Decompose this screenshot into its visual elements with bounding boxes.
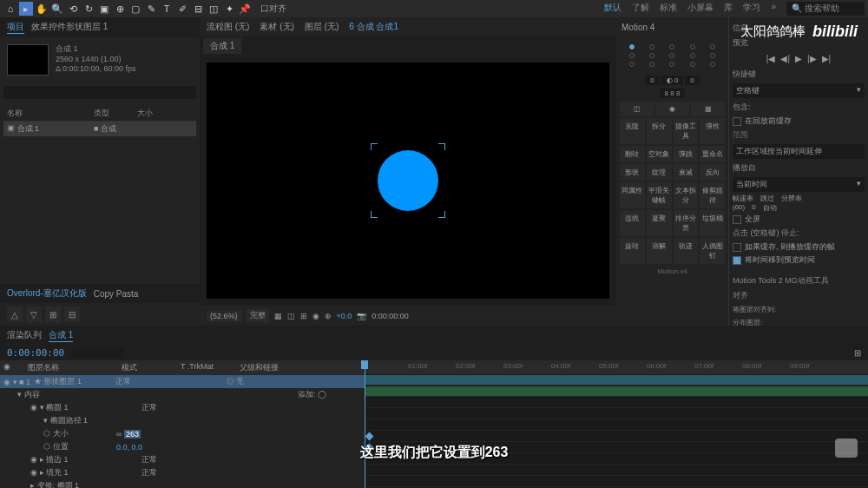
comp-tab[interactable]: 合成 1 [203,38,241,54]
btn-smooth[interactable]: 平滑关键帧 [647,182,672,208]
timeline-search[interactable] [71,349,123,358]
pan-behind-tool[interactable]: ⊕ [113,2,127,16]
timeline-icon[interactable]: ⊞ [854,348,861,358]
layer-shape[interactable]: ◉ ▾ ■ 1 ★ 形状图层 1 正常 ◎ 无 [0,375,365,388]
val-right[interactable]: 0 [685,76,699,85]
menu-more[interactable]: » [771,2,776,16]
workspace-default[interactable]: 默认 [604,2,621,16]
roto-tool[interactable]: ✦ [222,2,236,16]
anchor-dot[interactable] [710,62,715,67]
track-row[interactable] [365,408,868,419]
btn-textsplit[interactable]: 文本拆分 [674,182,699,208]
playhead[interactable] [365,360,365,488]
col-size[interactable]: 大小 [137,108,153,119]
first-frame-icon[interactable]: |◀ [766,54,776,63]
anchor-dot[interactable] [629,44,635,49]
workspace-library[interactable]: 库 [724,2,733,16]
btn-condense[interactable]: 凝聚 [647,210,672,236]
vc-icon-4[interactable]: ◉ [312,312,319,320]
val-mid[interactable]: ◐ 0 [661,76,684,85]
anchor-dot[interactable] [690,44,695,49]
btn-camera[interactable]: 摄像工具 [674,118,699,144]
btn-null[interactable]: 空对象 [647,146,672,162]
prev-frame-icon[interactable]: ◀| [780,54,790,63]
rotate-tool[interactable]: ↻ [82,2,95,16]
layer-bar[interactable] [365,386,868,396]
btn-sameprops[interactable]: 同属性 [620,182,645,208]
btn-texture[interactable]: 纹理 [647,164,672,181]
motion-icon[interactable]: ◫ [620,102,654,116]
playfrom-dropdown[interactable]: 当前时间▾ [733,177,865,192]
btn-rotate[interactable]: 旋转 [620,238,645,264]
btn-shape[interactable]: 形状 [620,164,645,181]
track-row[interactable] [365,465,868,476]
tab-comp-timeline[interactable]: 合成 1 [49,329,73,342]
time-ruler[interactable]: 01:00f 02:00f 03:00f 04:00f 05:00f 06:00… [365,360,868,374]
anchor-dot[interactable] [690,53,695,58]
tab-composition[interactable]: 6 合成 合成1 [349,21,398,33]
col-parent[interactable]: 父级和链接 [240,362,279,373]
tab-project[interactable]: 项目 [7,21,24,34]
val-888[interactable]: 8 8 8 [660,89,686,98]
tab-flowchart[interactable]: 流程图 (无) [207,21,249,33]
track-row[interactable] [365,431,868,442]
btn-rename[interactable]: 重命名 [700,146,725,162]
tool-2[interactable]: ▽ [26,307,42,322]
tab-footage[interactable]: 素材 (无) [260,21,293,33]
prop-position[interactable]: ⬡ 位置 0.0, 0.0 [0,440,365,453]
cache-checkbox[interactable] [733,117,741,126]
skip-val[interactable]: 0 [752,203,755,213]
vc-time[interactable]: 0:00:00:00 [372,312,409,320]
layer-ellipse[interactable]: ◉ ▾ 椭圆 1 正常 [0,401,365,414]
track-row[interactable] [365,374,868,386]
workspace-small[interactable]: 小屏幕 [687,2,713,16]
btn-decay[interactable]: 衰减 [674,164,699,181]
project-item[interactable]: ▣ 合成 1 ■ 合成 [3,122,196,136]
tool-4[interactable]: ⊟ [64,307,80,322]
anchor-dot[interactable] [649,53,654,58]
tool-1[interactable]: △ [7,307,23,322]
layer-fill[interactable]: ◉ ▸ 填充 1 正常 [0,466,365,479]
play-icon[interactable]: ▶ [795,54,802,63]
shortcut-dropdown[interactable]: 空格键▾ [733,83,865,98]
col-name[interactable]: 名称 [7,108,94,119]
help-search[interactable]: 🔍 搜索帮助 [786,2,865,16]
btn-reverse[interactable]: 反向 [700,164,725,181]
layer-stroke[interactable]: ◉ ▸ 描边 1 正常 [0,453,365,466]
selection-tool[interactable]: ▸ [19,2,33,16]
anchor-dot[interactable] [649,44,654,49]
next-frame-icon[interactable]: |▶ [807,54,817,63]
puppet-tool[interactable]: 📌 [238,2,252,16]
cache-play-checkbox[interactable] [733,243,741,252]
vc-icon-3[interactable]: ⊞ [300,312,307,320]
current-timecode[interactable]: 0:00:00:00 [7,347,64,359]
workarea-dropdown[interactable]: 工作区域按当前时间延伸 [733,144,865,159]
fullscreen-checkbox[interactable] [733,215,741,224]
btn-connect[interactable]: 连线 [620,210,645,236]
layer-content[interactable]: ▾ 内容 添加: ◯ [0,388,365,401]
val-left[interactable]: 0 [645,76,659,85]
layer-bar[interactable] [365,375,868,385]
anchor-dot[interactable] [669,44,674,49]
track-row[interactable] [365,476,868,487]
prop-size[interactable]: ⬡ 大小 ∞ 263 [0,427,365,440]
track-row[interactable] [365,419,868,431]
vc-value[interactable]: +0.0 [337,312,352,320]
layer-ellipse-path[interactable]: ▾ 椭圆路径 1 [0,414,365,427]
motion-icon[interactable]: ◉ [655,102,689,116]
btn-elastic[interactable]: 弹性 [700,118,725,144]
resolution-dropdown[interactable]: 完整 [247,309,269,322]
project-search[interactable] [3,86,196,99]
btn-flip[interactable]: 翻转 [620,146,645,162]
tab-copypasta[interactable]: Copy Pasta [94,289,139,299]
anchor-dot[interactable] [710,44,715,49]
tab-overlord[interactable]: Overlord-塞亿汉化版 [7,287,87,300]
fps-val[interactable]: (60) [733,203,745,213]
btn-trim[interactable]: 修剪路径 [700,182,725,208]
track-area[interactable]: 01:00f 02:00f 03:00f 04:00f 05:00f 06:00… [365,360,868,488]
home-icon[interactable]: ⌂ [3,2,17,16]
snapshot-icon[interactable]: 📷 [357,312,366,320]
anchor-dot[interactable] [649,62,654,67]
orbit-tool[interactable]: ⟲ [66,2,80,16]
track-row[interactable] [365,386,868,397]
